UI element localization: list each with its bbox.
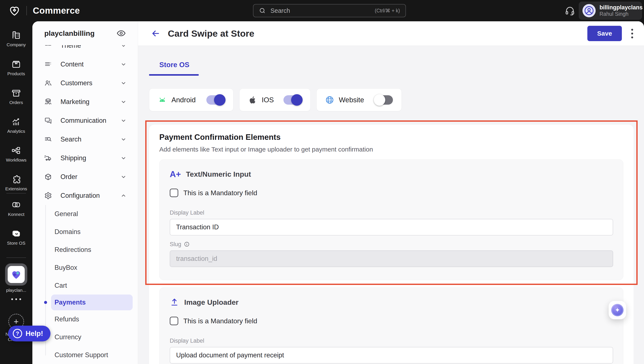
user-name: Rahul Singh — [600, 11, 643, 17]
rail-item-analytics[interactable]: Analytics — [0, 117, 32, 134]
company-icon — [11, 30, 21, 40]
rail-more-apps[interactable] — [0, 298, 32, 300]
chevron-down-icon — [120, 61, 127, 68]
save-button[interactable]: Save — [587, 26, 622, 41]
display-label-caption: Display Label — [170, 209, 613, 216]
content-icon — [44, 61, 52, 68]
configuration-submenu: General Domains Redirections BuyBox Cart… — [32, 205, 138, 364]
sidebar-item-order[interactable]: Order — [32, 168, 138, 186]
sidebar-item-shipping[interactable]: Shipping — [32, 149, 138, 168]
android-toggle[interactable] — [206, 95, 225, 105]
element-title: Image Uploader — [184, 298, 238, 306]
rail-item-storeos[interactable]: Store OS — [0, 229, 32, 246]
rail-item-products[interactable]: Products — [0, 59, 32, 76]
app-tile-highlight — [5, 263, 27, 286]
page-header: Card Swipe at Store Save — [138, 21, 644, 46]
rail-divider — [6, 193, 26, 194]
sidebar-subitem-cart[interactable]: Cart — [32, 277, 138, 294]
assistant-coin-icon: ✦ — [611, 304, 624, 316]
active-item-dot — [44, 301, 47, 304]
sidebar-subitem-payments[interactable]: Payments — [51, 294, 133, 310]
chevron-down-icon — [120, 136, 127, 143]
playclan-logo-icon — [10, 269, 22, 280]
element-card-text-input: A+ Text/Numeric Input This is a Mandator… — [159, 159, 623, 280]
chevron-down-icon — [120, 155, 127, 161]
kebab-menu-icon[interactable] — [628, 27, 636, 40]
mandatory-row: This is a Mandatory field — [170, 316, 613, 326]
element-card-image-uploader: Image Uploader This is a Mandatory field… — [159, 287, 623, 364]
sidebar-item-communication[interactable]: Communication — [32, 111, 138, 130]
platform-card-android: Android — [149, 89, 234, 111]
brand-divider — [26, 6, 27, 15]
upload-icon — [170, 297, 179, 307]
display-label-input[interactable] — [170, 219, 613, 235]
commerce-logo-icon — [8, 5, 20, 17]
section-title: Payment Confirmation Elements — [159, 132, 623, 142]
sidebar-subitem-general[interactable]: General — [32, 205, 138, 223]
user-menu[interactable]: billingplayclans Rahul Singh — [579, 2, 642, 20]
display-label-input[interactable] — [170, 347, 613, 363]
marketing-icon — [44, 98, 52, 106]
sidebar-item-customers[interactable]: Customers — [32, 74, 138, 93]
chevron-down-icon — [120, 80, 127, 86]
theme-icon — [44, 45, 52, 50]
platform-card-website: Website — [316, 89, 402, 111]
orders-icon — [11, 88, 21, 98]
mandatory-checkbox[interactable] — [170, 317, 178, 325]
sidebar-subitem-redirections[interactable]: Redirections — [32, 241, 138, 259]
sidebar-subitem-refunds[interactable]: Refunds — [32, 310, 138, 328]
sidebar-subitem-buybox[interactable]: BuyBox — [32, 259, 138, 277]
sparkle-icon: ✦ — [614, 307, 620, 313]
main-panel: Card Swipe at Store Save Store OS Androi… — [138, 21, 644, 364]
info-icon[interactable] — [184, 241, 190, 247]
rail-item-workflows[interactable]: Workflows — [0, 146, 32, 163]
storeos-icon — [11, 229, 21, 238]
sidebar-item-search[interactable]: Search — [32, 130, 138, 149]
customers-icon — [44, 79, 52, 87]
workflows-icon — [11, 146, 21, 155]
tab-store-os[interactable]: Store OS — [159, 61, 189, 69]
rail-item-extensions[interactable]: Extensions — [0, 174, 32, 191]
assistant-fab-button[interactable]: ✦ — [609, 301, 626, 319]
sidebar-item-content[interactable]: Content — [32, 55, 138, 74]
global-search-input[interactable]: Search (Ctrl/⌘ + k) — [253, 4, 406, 17]
text-input-icon: A+ — [170, 170, 181, 178]
sidebar-subitem-customer-support[interactable]: Customer Support — [32, 346, 138, 364]
preview-eye-icon[interactable] — [116, 29, 126, 38]
rail-item-konnect[interactable]: Konnect — [0, 200, 32, 217]
ios-toggle[interactable] — [284, 95, 302, 105]
slug-input — [170, 250, 613, 267]
element-title: Text/Numeric Input — [186, 170, 251, 178]
rail-item-company[interactable]: Company — [0, 30, 32, 47]
tab-active-underline — [149, 74, 199, 76]
search-icon — [259, 7, 266, 14]
extensions-icon — [11, 174, 21, 184]
sidebar-subitem-domains[interactable]: Domains — [32, 223, 138, 241]
mandatory-label: This is a Mandatory field — [183, 189, 257, 197]
headset-icon[interactable] — [565, 6, 575, 16]
sidebar-header: playclanbilling — [32, 21, 138, 45]
sidebar-item-marketing[interactable]: Marketing — [32, 93, 138, 111]
website-toggle[interactable] — [374, 95, 393, 105]
chevron-up-icon — [120, 192, 127, 199]
question-icon: ? — [13, 329, 22, 338]
sidebar-item-configuration[interactable]: Configuration — [32, 186, 138, 205]
section-subtitle: Add elements like Text input or Image up… — [159, 145, 623, 154]
topbar: Commerce Search (Ctrl/⌘ + k) billingplay… — [0, 0, 644, 21]
chevron-down-icon — [120, 117, 127, 124]
konnect-icon — [11, 200, 21, 210]
platform-toggles: Android IOS Website — [149, 89, 402, 111]
mandatory-checkbox[interactable] — [170, 189, 178, 197]
mandatory-row: This is a Mandatory field — [170, 188, 613, 198]
shipping-icon — [44, 154, 52, 162]
page-title: Card Swipe at Store — [168, 28, 587, 39]
avatar — [582, 4, 596, 17]
rail-item-orders[interactable]: Orders — [0, 88, 32, 105]
configuration-gear-icon — [44, 192, 52, 199]
help-button[interactable]: ? Help! — [8, 326, 50, 341]
rail-item-playclan-app[interactable]: playclan... — [0, 263, 32, 293]
store-name: playclanbilling — [44, 29, 94, 38]
sidebar-item-theme[interactable]: Theme — [32, 45, 138, 55]
products-icon — [11, 59, 21, 69]
back-arrow-icon[interactable] — [151, 29, 160, 38]
